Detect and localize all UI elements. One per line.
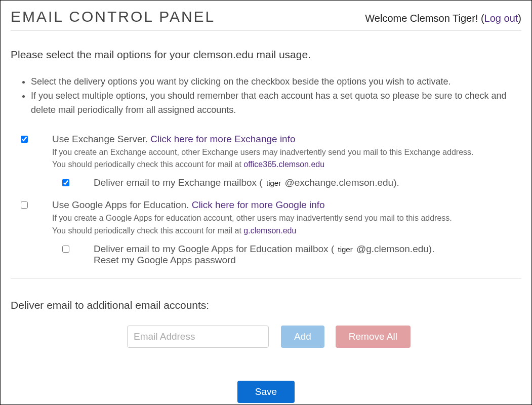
exchange-office365-link[interactable]: office365.clemson.edu <box>243 160 324 169</box>
google-desc: If you create a Google Apps for educatio… <box>52 212 521 237</box>
exchange-desc-line2-prefix: You should periodically check this accou… <box>52 160 243 169</box>
google-deliver-checkbox[interactable] <box>62 246 69 253</box>
google-deliver-suffix: @g.clemson.edu). <box>354 244 435 254</box>
divider <box>11 278 521 279</box>
paren-close: ) <box>518 13 521 24</box>
exchange-username: tiger <box>265 179 282 187</box>
exchange-deliver-content: Deliver email to my Exchange mailbox ( t… <box>94 177 521 188</box>
exchange-info-link[interactable]: Click here for more Exchange info <box>150 134 295 144</box>
exchange-deliver-suffix: @exchange.clemson.edu). <box>282 177 399 188</box>
exchange-desc: If you create an Exchange account, other… <box>52 146 521 172</box>
google-deliver-label: Deliver email to my Google Apps for Educ… <box>94 244 434 254</box>
google-reset-password-link[interactable]: Reset my Google Apps password <box>94 255 236 265</box>
exchange-label-prefix: Use Exchange Server. <box>52 134 150 144</box>
google-gclemson-link[interactable]: g.clemson.edu <box>243 226 296 235</box>
intro-text: Please select the mail options for your … <box>11 49 521 61</box>
welcome-text: Welcome Clemson Tiger! (Log out) <box>365 13 521 24</box>
instructions-list: Select the delivery options you want by … <box>11 75 521 117</box>
exchange-checkbox[interactable] <box>21 136 28 143</box>
header: EMAIL CONTROL PANEL Welcome Clemson Tige… <box>11 8 521 31</box>
google-info-link[interactable]: Click here for more Google info <box>192 199 325 210</box>
google-username: tiger <box>337 245 354 254</box>
google-option: Use Google Apps for Education. Click her… <box>11 199 521 266</box>
exchange-deliver-prefix: Deliver email to my Exchange mailbox ( <box>94 177 265 188</box>
google-deliver-prefix: Deliver email to my Google Apps for Educ… <box>94 244 337 254</box>
google-desc-line2-prefix: You should periodically check this accou… <box>52 226 243 235</box>
save-button[interactable]: Save <box>237 381 295 403</box>
paren-open: ( <box>481 13 484 24</box>
google-content: Use Google Apps for Education. Click her… <box>52 199 521 266</box>
additional-heading: Deliver email to additional email accoun… <box>11 299 521 311</box>
email-address-input[interactable] <box>127 326 269 348</box>
exchange-option: Use Exchange Server. Click here for more… <box>11 134 521 189</box>
additional-form-row: Add Remove All <box>11 326 521 348</box>
exchange-deliver-label: Deliver email to my Exchange mailbox ( t… <box>94 177 399 188</box>
google-deliver-content: Deliver email to my Google Apps for Educ… <box>94 244 521 266</box>
logout-link[interactable]: Log out <box>484 13 518 24</box>
welcome-prefix: Welcome <box>365 13 410 24</box>
exchange-deliver-checkbox[interactable] <box>62 179 69 186</box>
instruction-item: Select the delivery options you want by … <box>31 75 521 89</box>
page-title: EMAIL CONTROL PANEL <box>11 8 215 25</box>
exchange-desc-line1: If you create an Exchange account, other… <box>52 148 473 156</box>
google-label-prefix: Use Google Apps for Education. <box>52 199 192 210</box>
welcome-excl: ! <box>475 13 481 24</box>
user-name: Clemson Tiger <box>410 13 475 24</box>
exchange-content: Use Exchange Server. Click here for more… <box>52 134 521 189</box>
google-desc-line1: If you create a Google Apps for educatio… <box>52 214 452 222</box>
exchange-deliver-option: Deliver email to my Exchange mailbox ( t… <box>52 177 521 188</box>
google-checkbox[interactable] <box>21 201 28 209</box>
instruction-item: If you select multiple options, you shou… <box>31 89 521 117</box>
save-row: Save <box>11 381 521 403</box>
add-button[interactable]: Add <box>281 326 324 348</box>
google-deliver-option: Deliver email to my Google Apps for Educ… <box>52 244 521 266</box>
exchange-label: Use Exchange Server. Click here for more… <box>52 134 521 145</box>
remove-all-button[interactable]: Remove All <box>336 326 411 348</box>
google-label: Use Google Apps for Education. Click her… <box>52 199 521 211</box>
